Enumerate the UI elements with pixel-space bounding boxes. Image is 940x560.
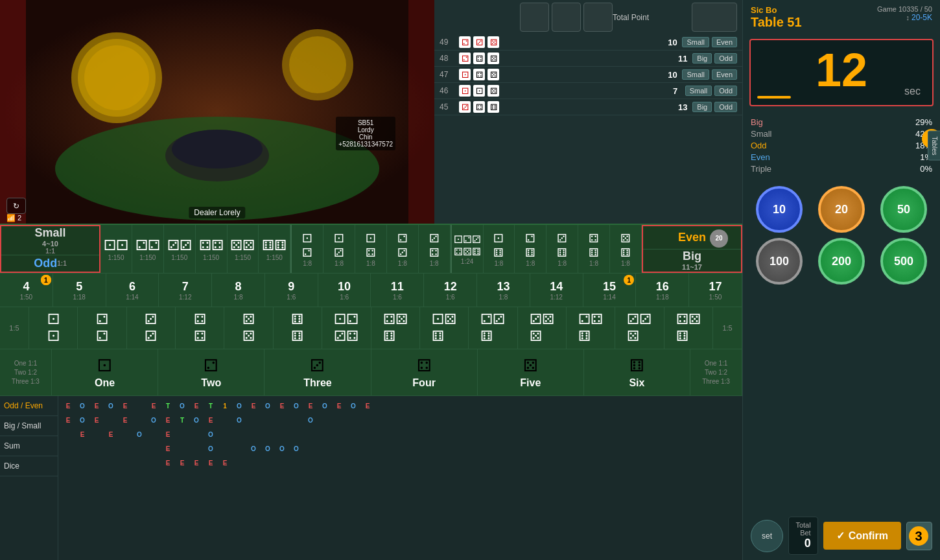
chip-200[interactable]: 200 [818,238,865,285]
dice-cell-d10[interactable]: ⚄⚅ 1:8 [610,225,642,273]
dice-cell-22[interactable]: ⚁⚁ 1:150 [132,225,164,273]
pair-cell-13[interactable]: ⚂⚂⚄ [615,307,664,349]
dice-cell-d8[interactable]: ⚂⚅ 1:8 [546,225,578,273]
tag-small[interactable]: Small [682,37,709,47]
tag-big[interactable]: Big [692,53,712,64]
road-cell: O [275,441,289,456]
road-cell: O [132,427,147,441]
road-cell [132,413,147,427]
triple-any-cell[interactable]: ⚀⚁⚂⚃⚄⚅ 1:24 [451,225,484,273]
odd-button[interactable]: Odd 1:1 [1,255,99,272]
confirm-button[interactable]: ✓ Confirm [823,522,901,550]
road-tab-odd-even[interactable]: Odd / Even [0,396,58,416]
num-cell-12[interactable]: 12 1:6 [424,274,477,307]
pair-cell-2[interactable]: ⚁⚁ [78,307,126,349]
pair-cell-4[interactable]: ⚃⚃ [176,307,224,349]
pair-cell-14[interactable]: ⚃⚄⚅ [664,307,713,349]
road-tab-sum[interactable]: Sum [0,436,58,456]
pair-cell-1[interactable]: ⚀⚀ [29,307,78,349]
history-panel: Total Point 49 ⚁ ⚂ ⚄ 10 Small Even [434,0,742,224]
road-cell [232,456,246,470]
num-cell-15[interactable]: 15 1:14 1 [583,274,637,307]
video-area: Dealer Lorely SB51 Lordy Chin +528161313… [0,0,434,224]
tag-odd[interactable]: Odd [714,86,737,96]
dice-cell-66[interactable]: ⚅⚅ 1:150 [259,225,290,273]
even-button[interactable]: Even 20 [643,226,741,250]
dice-cell-44[interactable]: ⚃⚃ 1:150 [196,225,228,273]
chip-500[interactable]: 500 [880,238,927,285]
dice-cell-d4[interactable]: ⚁⚂ 1:8 [387,225,419,273]
dice-cell-33[interactable]: ⚂⚂ 1:150 [164,225,196,273]
dice-cell-d2[interactable]: ⚀⚂ 1:8 [323,225,355,273]
tag-small[interactable]: Small [685,86,712,96]
face-cell-two[interactable]: ⚁ Two [158,349,264,395]
num-cell-9[interactable]: 9 1:6 [265,274,318,307]
pair-cell-12[interactable]: ⚁⚃⚅ [567,307,615,349]
num-cell-14[interactable]: 14 1:12 [530,274,583,307]
pair-cell-8[interactable]: ⚃⚄⚅ [371,307,420,349]
road-cell: 1 [218,399,232,413]
chip-50[interactable]: 50 [880,186,927,233]
big-button[interactable]: Big 11~17 [643,250,741,272]
tag-odd[interactable]: Odd [714,53,737,64]
tag-small[interactable]: Small [682,69,709,80]
num-cell-4[interactable]: 4 1:50 1 [0,274,53,307]
num-cell-7[interactable]: 7 1:12 [159,274,212,307]
num-cell-17[interactable]: 17 1:50 [689,274,742,307]
history-row: 45 ⚂ ⚃ ⚅ 13 Big Odd [434,99,742,115]
num-cell-8[interactable]: 8 1:8 [212,274,265,307]
road-cell [147,427,161,441]
small-button[interactable]: Small 4~10 1:1 [1,226,99,255]
history-die: ⚁ [459,52,471,64]
road-tab-big-small[interactable]: Big / Small [0,416,58,436]
num-cell-13[interactable]: 13 1:8 [477,274,530,307]
num-cell-5[interactable]: 5 1:18 [53,274,106,307]
face-cell-four[interactable]: ⚃ Four [371,349,478,395]
pair-cell-11[interactable]: ⚂⚄⚄ [518,307,567,349]
dice-cell-d5[interactable]: ⚂⚃ 1:8 [419,225,451,273]
chip-100[interactable]: 100 [756,238,803,285]
dice-cell-11[interactable]: ⚀⚀ 1:150 [100,225,132,273]
face-cell-five[interactable]: ⚄ Five [478,349,584,395]
num-cell-10[interactable]: 10 1:6 [318,274,371,307]
timer-number: 12 [757,47,926,93]
pair-cell-6[interactable]: ⚅⚅ [274,307,322,349]
refresh-button[interactable]: ↻ [6,198,26,214]
tag-even[interactable]: Even [712,69,737,80]
tag-odd[interactable]: Odd [714,102,737,112]
num-cell-16[interactable]: 16 1:18 [636,274,689,307]
dice-cell-d1[interactable]: ⚀⚁ 1:8 [290,225,323,273]
pair-cell-10[interactable]: ⚁⚂⚅ [469,307,517,349]
pair-cell-3[interactable]: ⚂⚂ [127,307,176,349]
chip-10[interactable]: 10 [756,186,803,233]
stat-row-odd: Odd 18% [751,141,932,150]
road-cell: E [61,399,75,413]
tables-button[interactable]: Tables [928,130,940,161]
road-cell: E [360,399,375,413]
road-cell: O [346,399,360,413]
road-cell [218,427,232,441]
set-button[interactable]: set [751,520,783,552]
dice-cell-d6[interactable]: ⚀⚅ 1:8 [484,225,515,273]
dice-cell-d3[interactable]: ⚀⚃ 1:8 [355,225,387,273]
road-tab-dice[interactable]: Dice [0,456,58,476]
dice-cell-d9[interactable]: ⚃⚅ 1:8 [578,225,610,273]
road-cell [61,456,75,470]
tag-even[interactable]: Even [712,37,737,47]
tag-big[interactable]: Big [692,102,712,112]
face-cell-six[interactable]: ⚅ Six [584,349,690,395]
pair-cell-5[interactable]: ⚄⚄ [224,307,273,349]
dice-cell-55[interactable]: ⚄⚄ 1:150 [228,225,259,273]
road-cell [132,399,147,413]
road-cell: E [161,456,175,470]
num-cell-11[interactable]: 11 1:6 [371,274,424,307]
dice-cell-d7[interactable]: ⚁⚅ 1:8 [515,225,546,273]
road-cell: E [303,399,318,413]
road-cell [332,427,346,441]
face-cell-three[interactable]: ⚂ Three [264,349,371,395]
face-cell-one[interactable]: ⚀ One [52,349,158,395]
chip-20[interactable]: 20 [818,186,865,233]
pair-cell-7[interactable]: ⚀⚁⚂⚃ [322,307,371,349]
pair-cell-9[interactable]: ⚀⚄⚅ [420,307,469,349]
num-cell-6[interactable]: 6 1:14 [106,274,159,307]
